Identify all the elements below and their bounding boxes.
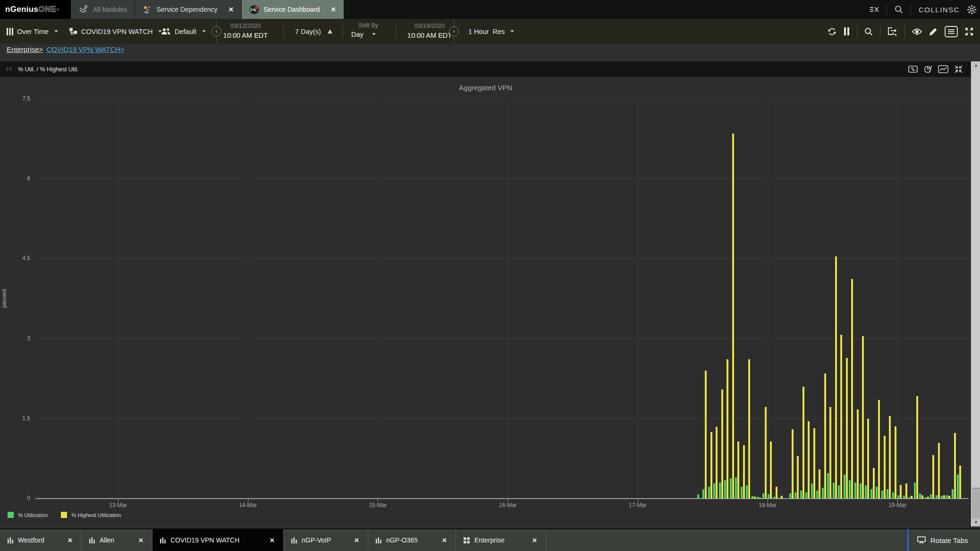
legend-item[interactable]: % Highest Utilization <box>61 512 121 518</box>
close-icon[interactable]: ✕ <box>524 537 546 544</box>
scrollbar-thumb[interactable] <box>972 69 980 489</box>
close-icon[interactable]: ✕ <box>346 537 368 544</box>
drag-handle-icon[interactable]: ⠿⠿ <box>6 68 12 70</box>
scroll-up-arrow-icon[interactable]: ▲ <box>972 61 980 69</box>
utilization-bar <box>719 483 721 499</box>
x-tick-label: 14-Mar <box>227 502 269 509</box>
dashboard-tab-westford[interactable]: Westford✕ <box>0 529 82 551</box>
chevron-down-icon <box>202 30 206 33</box>
disconnect-icon[interactable] <box>870 6 879 13</box>
utilization-bar <box>827 473 829 499</box>
utilization-bar <box>730 478 732 499</box>
utilization-bar <box>762 493 764 499</box>
divider <box>887 5 887 14</box>
legend-item[interactable]: % Utilization <box>8 512 48 518</box>
expand-icon[interactable] <box>965 27 973 36</box>
breadcrumb-link-enterprise[interactable]: Enterprise> <box>7 45 43 53</box>
highest-utilization-bar <box>857 409 859 499</box>
highest-utilization-bar <box>705 371 707 499</box>
x-gridline <box>118 99 118 499</box>
utilization-bar <box>752 496 753 499</box>
x-tick-label: 17-Mar <box>617 502 659 509</box>
x-gridline <box>508 99 508 499</box>
eye-icon[interactable] <box>912 28 922 35</box>
module-tab-all-modules[interactable]: All Modules <box>71 0 135 19</box>
divider <box>880 25 880 38</box>
highest-utilization-bar <box>846 358 848 499</box>
close-icon[interactable]: ✕ <box>433 537 456 544</box>
chart-legend: % Utilization% Highest Utilization <box>8 512 121 518</box>
profile-label: Default <box>175 28 196 35</box>
refresh-icon[interactable] <box>828 27 836 36</box>
highest-utilization-bar <box>754 497 756 499</box>
breadcrumb: Enterprise>COVID19 VPN WATCH> <box>7 45 125 53</box>
dashboard-tab-label: Enterprise <box>474 536 505 544</box>
collapse-icon[interactable] <box>955 65 963 73</box>
utilization-bar <box>713 483 715 499</box>
bar-chart-icon <box>291 537 297 543</box>
y-gridline <box>35 99 969 100</box>
utilization-bar <box>768 494 769 499</box>
x-gridline <box>378 99 378 499</box>
highest-utilization-bar <box>813 428 815 499</box>
table-view-icon[interactable] <box>908 66 918 73</box>
top-bar: nGeniusONE® All ModulesService Dependenc… <box>0 0 980 19</box>
shift-forward-button[interactable]: › <box>449 26 459 36</box>
export-icon[interactable] <box>887 27 897 36</box>
close-icon[interactable]: ✕ <box>59 537 81 544</box>
duration-expand-triangle-icon[interactable] <box>328 19 332 44</box>
utilization-bar <box>773 497 775 499</box>
y-tick-label: 6 <box>0 175 30 182</box>
end-datetime[interactable]: 03/19/2020 10:00 AM EDT <box>404 22 455 41</box>
bar-chart-icon <box>89 537 95 543</box>
highest-utilization-bar <box>948 496 950 499</box>
rotate-tabs-button[interactable]: Rotate Tabs <box>907 528 980 551</box>
vertical-scrollbar[interactable]: ▲ ▼ <box>971 61 980 526</box>
dashboard-tab-covid19-vpn-watch[interactable]: COVID19 VPN WATCH✕ <box>152 529 284 551</box>
menu-box-icon[interactable] <box>945 26 958 37</box>
module-tab-service-dependency[interactable]: Service Dependency✕ <box>135 0 242 19</box>
y-tick-label: 0 <box>0 495 30 501</box>
x-tick-label: 13-Mar <box>97 502 139 509</box>
start-time: 10:00 AM EDT <box>220 31 271 41</box>
rotate-tabs-label: Rotate Tabs <box>930 536 968 544</box>
close-icon[interactable]: ✕ <box>261 537 283 544</box>
breadcrumb-link-covid19-vpn-watch[interactable]: COVID19 VPN WATCH> <box>46 45 124 53</box>
close-icon[interactable]: ✕ <box>330 6 336 13</box>
divider <box>911 5 911 14</box>
line-chart-icon[interactable] <box>938 65 948 73</box>
pause-icon[interactable] <box>844 27 850 35</box>
dashboard-tab-enterprise[interactable]: Enterprise✕ <box>456 529 546 551</box>
utilization-bar <box>708 487 710 499</box>
logo-text-light: ONE <box>38 5 56 14</box>
pencil-icon[interactable] <box>929 27 938 36</box>
scroll-down-arrow-icon[interactable]: ▼ <box>972 518 980 526</box>
profile-dropdown[interactable]: Default <box>161 19 206 44</box>
start-datetime[interactable]: 03/12/2020 10:00 AM EDT <box>220 22 271 41</box>
highest-utilization-bar <box>765 407 767 499</box>
resolution-dropdown[interactable]: 1 Hour Res <box>468 19 514 44</box>
close-icon[interactable]: ✕ <box>130 537 152 544</box>
module-tab-service-dashboard[interactable]: Service Dashboard✕ <box>242 0 344 19</box>
shift-by-value: Day <box>351 30 363 39</box>
shift-by-control[interactable]: Shift By Day <box>351 22 385 39</box>
shift-back-button[interactable]: ‹ <box>211 26 221 36</box>
username[interactable]: COLLINSC <box>919 6 960 14</box>
module-tab-label: Service Dashboard <box>263 6 320 13</box>
dashboard-tab-ngp-voip[interactable]: nGP-VoIP✕ <box>284 529 368 551</box>
view-mode-dropdown[interactable]: Over Time <box>7 19 58 44</box>
close-icon[interactable]: ✕ <box>228 6 234 13</box>
utilization-bar <box>908 497 910 499</box>
y-tick-label: 1.5 <box>0 415 30 422</box>
dashboard-tab-allen[interactable]: Allen✕ <box>82 529 152 551</box>
pie-chart-icon[interactable] <box>924 65 932 73</box>
dashboard-tab-ngp-o365[interactable]: nGP-O365✕ <box>368 529 456 551</box>
search-icon[interactable] <box>864 27 873 36</box>
search-icon[interactable] <box>895 5 903 14</box>
dataset-dropdown[interactable]: COVID19 VPN WATCH <box>69 19 162 44</box>
duration-control[interactable]: 7 Day(s) <box>295 19 321 44</box>
gear-icon[interactable] <box>967 5 976 14</box>
highest-utilization-bar <box>743 445 745 499</box>
highest-utilization-bar <box>748 359 750 499</box>
highest-utilization-bar <box>959 466 961 499</box>
